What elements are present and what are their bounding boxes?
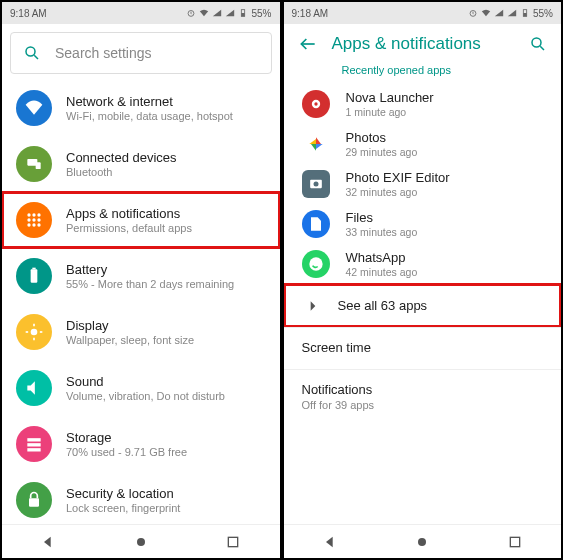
photos-icon xyxy=(302,130,330,158)
svg-rect-16 xyxy=(31,269,38,282)
nav-home-icon[interactable] xyxy=(414,534,430,550)
apps-notifications-screen: 9:18 AM 55% Apps & notifications Recentl… xyxy=(282,0,564,560)
row-sub: Bluetooth xyxy=(66,166,177,178)
row-connected[interactable]: Connected devicesBluetooth xyxy=(2,136,280,192)
back-arrow-icon[interactable] xyxy=(298,34,318,54)
search-icon xyxy=(23,44,41,62)
svg-point-27 xyxy=(137,538,145,546)
alarm-icon xyxy=(468,8,478,18)
app-row-whatsapp[interactable]: WhatsApp42 minutes ago xyxy=(284,244,562,284)
svg-point-11 xyxy=(32,218,35,221)
header: Apps & notifications xyxy=(284,24,562,58)
storage-icon xyxy=(16,426,52,462)
svg-line-4 xyxy=(34,55,38,59)
app-row-nova[interactable]: Nova Launcher1 minute ago xyxy=(284,84,562,124)
signal2-icon xyxy=(507,8,517,18)
app-title: Nova Launcher xyxy=(346,90,434,105)
svg-line-34 xyxy=(540,46,544,50)
settings-list[interactable]: Network & internetWi-Fi, mobile, data us… xyxy=(2,80,280,524)
svg-rect-41 xyxy=(510,537,519,546)
app-title: Files xyxy=(346,210,418,225)
status-time: 9:18 AM xyxy=(10,8,47,19)
svg-rect-23 xyxy=(27,438,40,441)
row-battery[interactable]: Battery55% - More than 2 days remaining xyxy=(2,248,280,304)
whatsapp-icon xyxy=(302,250,330,278)
signal-icon xyxy=(494,8,504,18)
battery-icon xyxy=(238,8,248,18)
section-title: Notifications xyxy=(302,382,548,397)
battery-row-icon xyxy=(16,258,52,294)
svg-point-13 xyxy=(27,223,30,226)
nav-home-icon[interactable] xyxy=(133,534,149,550)
svg-point-7 xyxy=(27,213,30,216)
screen-time-row[interactable]: Screen time xyxy=(284,328,562,359)
exif-icon xyxy=(302,170,330,198)
app-title: Photos xyxy=(346,130,418,145)
row-storage[interactable]: Storage70% used - 9.71 GB free xyxy=(2,416,280,472)
row-sub: 70% used - 9.71 GB free xyxy=(66,446,187,458)
nova-icon xyxy=(302,90,330,118)
signal-icon xyxy=(212,8,222,18)
row-title: Battery xyxy=(66,262,234,277)
row-sub: 55% - More than 2 days remaining xyxy=(66,278,234,290)
see-all-apps-button[interactable]: See all 63 apps xyxy=(284,284,562,327)
svg-point-36 xyxy=(314,102,317,105)
app-row-files[interactable]: Files33 minutes ago xyxy=(284,204,562,244)
app-row-photos[interactable]: Photos29 minutes ago xyxy=(284,124,562,164)
chevron-right-icon xyxy=(306,299,320,313)
see-all-label: See all 63 apps xyxy=(338,298,428,313)
row-title: Connected devices xyxy=(66,150,177,165)
svg-point-18 xyxy=(31,329,38,336)
status-icons: 55% xyxy=(468,8,553,19)
row-display[interactable]: DisplayWallpaper, sleep, font size xyxy=(2,304,280,360)
row-title: Apps & notifications xyxy=(66,206,192,221)
display-icon xyxy=(16,314,52,350)
app-row-exif[interactable]: Photo EXIF Editor32 minutes ago xyxy=(284,164,562,204)
nav-bar xyxy=(2,524,280,558)
row-title: Security & location xyxy=(66,486,180,501)
lock-icon xyxy=(16,482,52,518)
svg-rect-2 xyxy=(242,13,245,16)
status-bar: 9:18 AM 55% xyxy=(2,2,280,24)
search-settings[interactable]: Search settings xyxy=(10,32,272,74)
row-network[interactable]: Network & internetWi-Fi, mobile, data us… xyxy=(2,80,280,136)
settings-screen: 9:18 AM 55% Search settings Network & in… xyxy=(0,0,282,560)
svg-point-15 xyxy=(37,223,40,226)
notifications-row[interactable]: Notifications Off for 39 apps xyxy=(284,370,562,415)
app-sub: 29 minutes ago xyxy=(346,146,418,158)
svg-point-38 xyxy=(313,182,318,187)
battery-icon xyxy=(520,8,530,18)
wifi-icon xyxy=(481,8,491,18)
row-sub: Wallpaper, sleep, font size xyxy=(66,334,194,346)
svg-point-9 xyxy=(37,213,40,216)
svg-point-33 xyxy=(532,38,541,47)
svg-rect-25 xyxy=(27,448,40,451)
nav-recent-icon[interactable] xyxy=(225,534,241,550)
nav-back-icon[interactable] xyxy=(322,534,338,550)
status-bar: 9:18 AM 55% xyxy=(284,2,562,24)
svg-rect-24 xyxy=(27,443,40,446)
search-icon[interactable] xyxy=(529,35,547,53)
status-icons: 55% xyxy=(186,8,271,19)
app-sub: 42 minutes ago xyxy=(346,266,418,278)
files-icon xyxy=(302,210,330,238)
row-title: Network & internet xyxy=(66,94,233,109)
app-title: Photo EXIF Editor xyxy=(346,170,450,185)
row-apps-notifications[interactable]: Apps & notificationsPermissions, default… xyxy=(2,192,280,248)
row-sound[interactable]: SoundVolume, vibration, Do not disturb xyxy=(2,360,280,416)
section-sub: Off for 39 apps xyxy=(302,399,548,411)
app-sub: 33 minutes ago xyxy=(346,226,418,238)
nav-back-icon[interactable] xyxy=(40,534,56,550)
svg-point-12 xyxy=(37,218,40,221)
row-sub: Wi-Fi, mobile, data usage, hotspot xyxy=(66,110,233,122)
svg-point-39 xyxy=(309,257,322,270)
svg-point-3 xyxy=(26,47,35,56)
alarm-icon xyxy=(186,8,196,18)
svg-point-8 xyxy=(32,213,35,216)
nav-recent-icon[interactable] xyxy=(507,534,523,550)
svg-rect-26 xyxy=(29,498,39,506)
nav-bar xyxy=(284,524,562,558)
svg-point-10 xyxy=(27,218,30,221)
svg-rect-6 xyxy=(36,162,41,169)
row-security[interactable]: Security & locationLock screen, fingerpr… xyxy=(2,472,280,524)
